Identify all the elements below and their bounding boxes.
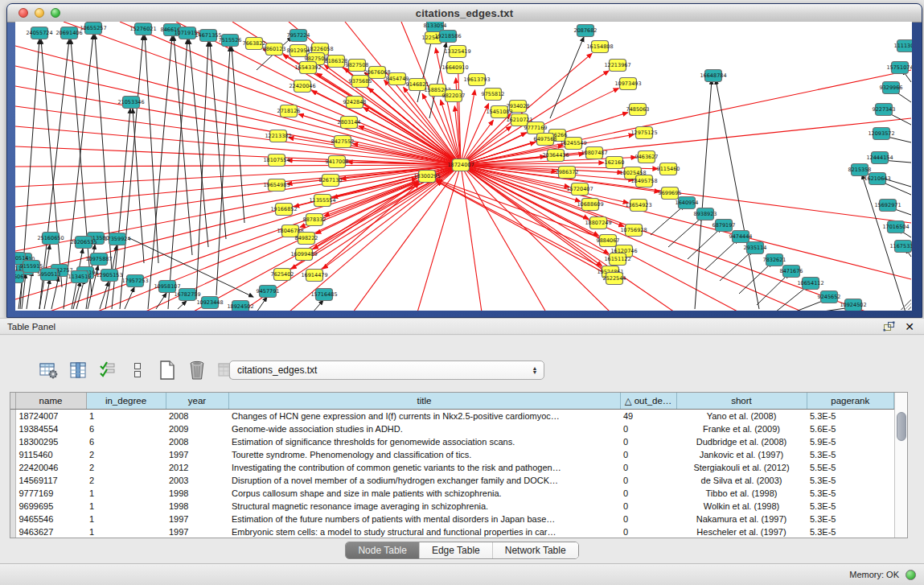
graph-node[interactable]: 9822037 — [442, 90, 466, 102]
graph-node[interactable]: 8860123 — [263, 43, 286, 56]
graph-node[interactable]: 10924502 — [840, 299, 866, 311]
graph-node[interactable]: 9242848 — [343, 97, 367, 109]
table-cell[interactable]: 14569117 — [15, 474, 86, 487]
graph-node[interactable]: 2522544 — [603, 273, 626, 285]
graph-node[interactable]: 10655257 — [80, 23, 106, 35]
graph-node[interactable]: 10756928 — [620, 225, 647, 237]
graph-node[interactable]: 13325419 — [444, 46, 470, 58]
graph-edge[interactable] — [196, 42, 208, 299]
table-cell[interactable]: 2012 — [166, 461, 228, 474]
table-cell[interactable]: de Silva et al. (2003) — [676, 474, 807, 487]
graph-node[interactable]: 7663822 — [243, 38, 266, 50]
graph-node[interactable]: 7625402 — [271, 269, 294, 281]
table-row[interactable]: 946362711997Embryonic stem cells: a mode… — [10, 525, 894, 538]
table-cell[interactable]: Franke et al. (2009) — [676, 422, 807, 435]
graph-edge[interactable] — [174, 36, 192, 255]
graph-edge[interactable] — [125, 287, 134, 309]
table-cell[interactable]: 6 — [86, 422, 166, 435]
graph-node[interactable]: 8471676 — [780, 266, 803, 278]
table-cell[interactable]: 2 — [86, 448, 166, 461]
graph-node[interactable]: 8878332 — [303, 214, 326, 226]
graph-node[interactable]: 6879197 — [713, 220, 736, 232]
column-header[interactable]: title — [228, 393, 620, 409]
table-cell[interactable]: 1 — [86, 500, 166, 513]
table-cell[interactable]: 0 — [620, 448, 676, 461]
graph-node[interactable]: 16648784 — [700, 70, 726, 82]
table-cell[interactable]: 1 — [86, 409, 166, 422]
graph-edge[interactable] — [120, 35, 143, 309]
graph-node[interactable]: 9755812 — [482, 89, 505, 101]
close-panel-icon[interactable]: ✕ — [905, 321, 914, 332]
table-cell[interactable]: Tourette syndrome. Phenomenology and cla… — [228, 448, 620, 461]
table-cell[interactable]: Structural magnetic resonance image aver… — [228, 500, 620, 513]
table-cell[interactable]: Tibbo et al. (1998) — [676, 487, 807, 500]
graph-edge[interactable] — [41, 39, 62, 287]
graph-node[interactable]: 1111304 — [894, 40, 912, 52]
select-column-icon[interactable] — [67, 359, 89, 381]
graph-node[interactable]: 12213967 — [604, 60, 630, 72]
graph-node[interactable]: 10975887 — [85, 253, 112, 266]
table-cell[interactable]: 22420046 — [15, 461, 86, 474]
graph-node[interactable]: 7986372 — [556, 167, 579, 179]
table-cell[interactable]: 49 — [620, 409, 676, 422]
graph-edge[interactable] — [298, 114, 461, 165]
graph-edge[interactable] — [417, 165, 461, 311]
graph-edge[interactable] — [705, 239, 738, 270]
float-panel-icon[interactable] — [883, 321, 895, 332]
table-row[interactable]: 1456911722003Disruption of a novel membe… — [10, 474, 894, 487]
graph-node[interactable]: 9329966 — [880, 82, 903, 94]
scrollbar-thumb[interactable] — [897, 412, 906, 441]
table-cell[interactable]: Estimation of significance thresholds fo… — [228, 435, 620, 448]
table-row[interactable]: 2242004622012Investigating the contribut… — [10, 461, 894, 474]
table-cell[interactable]: 18300295 — [15, 435, 86, 448]
column-header[interactable]: year — [166, 393, 228, 409]
graph-edge[interactable] — [145, 35, 158, 263]
tab-edge-table[interactable]: Edge Table — [419, 542, 492, 558]
graph-edge[interactable] — [668, 216, 703, 247]
select-rows-icon[interactable] — [97, 359, 119, 381]
table-cell[interactable]: 0 — [620, 474, 676, 487]
table-cell[interactable]: Disruption of a novel member of a sodium… — [228, 474, 620, 487]
graph-node[interactable]: 10958107 — [154, 281, 180, 293]
graph-node[interactable]: 9699695 — [659, 187, 682, 200]
table-row[interactable]: 977716911998Corpus callosum shape and si… — [10, 487, 894, 500]
graph-node[interactable]: 2087682 — [574, 25, 598, 37]
graph-edge[interactable] — [313, 300, 323, 311]
table-scrollbar[interactable] — [894, 393, 907, 538]
graph-node[interactable]: 10923448 — [196, 297, 223, 309]
table-cell[interactable]: 5.3E-5 — [807, 448, 894, 461]
graph-node[interactable]: 8427552 — [331, 136, 355, 148]
table-cell[interactable]: Investigating the contribution of common… — [228, 461, 620, 474]
graph-node[interactable]: 9463627 — [635, 151, 659, 163]
table-cell[interactable]: 9115460 — [15, 448, 86, 461]
table-cell[interactable]: Hescheler et al. (1997) — [676, 525, 807, 538]
table-cell[interactable]: 9463627 — [15, 525, 86, 538]
graph-edge[interactable] — [15, 165, 461, 207]
graph-node[interactable]: 9777169 — [524, 122, 548, 134]
table-cell[interactable]: 6 — [86, 435, 166, 448]
table-cell[interactable]: Stergiakouli et al. (2012) — [676, 461, 807, 474]
graph-edge[interactable] — [148, 36, 172, 309]
column-header[interactable]: pagerank — [807, 393, 894, 409]
table-row[interactable]: 1938455462009Genome-wide association stu… — [10, 422, 894, 435]
graph-edge[interactable] — [15, 165, 461, 167]
table-cell[interactable]: 1 — [86, 513, 166, 525]
graph-node[interactable]: 9375685 — [349, 76, 372, 88]
table-cell[interactable]: 2 — [86, 474, 166, 487]
graph-node[interactable]: 12905153 — [96, 270, 122, 282]
graph-node[interactable]: 10973493 — [614, 78, 641, 90]
table-cell[interactable]: Embryonic stem cells: a model to study s… — [228, 525, 620, 538]
table-cell[interactable]: 0 — [620, 422, 676, 435]
delete-table-icon[interactable] — [186, 359, 208, 381]
graph-node[interactable]: 15692971 — [874, 200, 901, 212]
tab-node-table[interactable]: Node Table — [346, 542, 419, 558]
graph-node[interactable]: 18924502 — [227, 301, 253, 311]
table-cell[interactable]: Changes of HCN gene expression and I(f) … — [228, 409, 620, 422]
table-cell[interactable]: 2009 — [166, 422, 228, 435]
column-header[interactable]: in_degree — [86, 393, 166, 409]
graph-node[interactable]: 2718126 — [277, 105, 301, 117]
graph-node[interactable]: 18107554 — [263, 154, 290, 167]
graph-edge[interactable] — [461, 121, 493, 165]
table-row[interactable]: 911546021997Tourette syndrome. Phenomeno… — [10, 448, 894, 461]
graph-edge[interactable] — [156, 293, 166, 309]
